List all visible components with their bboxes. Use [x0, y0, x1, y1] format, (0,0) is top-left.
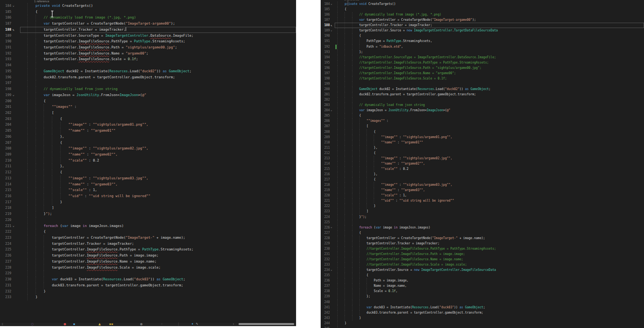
- code-line[interactable]: 238 Scale = 0.1f,: [321, 289, 644, 294]
- code-text[interactable]: targetController.ImageFileSource.Scale =…: [22, 265, 296, 271]
- line-number[interactable]: 202: [0, 110, 11, 116]
- code-line[interactable]: 219 ""name"" : ""argame03"",: [321, 188, 644, 193]
- fold-chevron-icon[interactable]: ⌄: [331, 2, 332, 5]
- code-line[interactable]: 222 {: [0, 229, 296, 235]
- line-number[interactable]: 230: [0, 277, 11, 283]
- code-line[interactable]: 194 //targetController.SourceType = Imag…: [321, 55, 644, 60]
- line-number[interactable]: 199: [0, 92, 11, 98]
- line-number[interactable]: 239: [321, 294, 330, 299]
- codelens-references[interactable]: 1 reference: [0, 0, 296, 3]
- code-text[interactable]: ""scale"" : 1,: [337, 193, 644, 198]
- code-text[interactable]: targetController = CreateTargetNode("Ima…: [337, 236, 644, 241]
- code-line[interactable]: 209 ""name"" : ""argame02"",: [0, 152, 296, 158]
- line-number[interactable]: 212: [321, 151, 330, 156]
- fold-chevron-icon[interactable]: ⌄: [331, 29, 332, 32]
- code-line[interactable]: 202 [: [0, 110, 296, 116]
- code-line[interactable]: 214 ""name"" : ""argame02"",: [321, 161, 644, 166]
- line-number[interactable]: 211: [321, 145, 330, 151]
- code-line[interactable]: 225 targetController.ImageFileSource.Pat…: [0, 247, 296, 253]
- code-text[interactable]: ""images"" :: [22, 104, 296, 110]
- code-line[interactable]: 223 ]: [321, 209, 644, 214]
- line-number[interactable]: 191: [0, 45, 11, 51]
- line-number[interactable]: 192: [0, 51, 11, 57]
- code-text[interactable]: {: [22, 140, 296, 146]
- line-number[interactable]: 229: [0, 270, 11, 277]
- code-text[interactable]: ""name"" : ""argame03"",: [337, 188, 644, 193]
- code-line[interactable]: 197 //targetController.ImageFileSource.N…: [321, 71, 644, 76]
- line-number[interactable]: 196: [321, 65, 330, 71]
- code-line[interactable]: 241 var duck03 = Instantiate(Resources.L…: [321, 305, 644, 310]
- code-text[interactable]: var imageJosn = JsonUtility.FromJson<Ima…: [22, 92, 296, 98]
- code-line[interactable]: 226 targetController.ImageFileSource.Pat…: [0, 253, 296, 259]
- code-line[interactable]: 229 targetController.Tracker = imageTrac…: [321, 241, 644, 246]
- code-text[interactable]: };: [337, 294, 644, 299]
- code-line[interactable]: 211 },: [321, 145, 644, 151]
- line-number[interactable]: 212: [0, 169, 11, 176]
- code-text[interactable]: duck03.transform.parent = targetControll…: [337, 310, 644, 316]
- line-number[interactable]: 220: [321, 193, 330, 198]
- error-icon[interactable]: ●: [64, 323, 66, 326]
- code-line[interactable]: 240: [321, 300, 644, 305]
- line-number[interactable]: 224: [321, 215, 330, 220]
- code-line[interactable]: 186 // dynamically load from image (*.jp…: [0, 15, 296, 21]
- code-line[interactable]: 224 targetController.Tracker = imageTrac…: [0, 241, 296, 247]
- line-number[interactable]: 189: [0, 33, 11, 39]
- code-text[interactable]: duck03.transform.parent = targetControll…: [22, 283, 296, 289]
- code-text[interactable]: Path = "idback.etd",: [337, 44, 644, 50]
- code-text[interactable]: //targetController.SourceType = ImageTar…: [337, 55, 644, 60]
- code-line[interactable]: 201 duck02.transform.parent = targetCont…: [321, 92, 644, 97]
- code-line[interactable]: 200 GameObject duck02 = Instantiate(Reso…: [321, 87, 644, 92]
- code-line[interactable]: 223 targetController = CreateTargetNode(…: [0, 235, 296, 241]
- line-number[interactable]: 204: [321, 108, 330, 113]
- code-line[interactable]: 197: [0, 80, 296, 86]
- line-number[interactable]: 210: [0, 158, 11, 164]
- code-line[interactable]: 225: [321, 220, 644, 225]
- code-text[interactable]: {: [337, 7, 644, 12]
- left-editor-pane[interactable]: 1 reference 184⌄ private void CreateTarg…: [0, 0, 296, 326]
- code-line[interactable]: 221 ""uid"" : ""uid string will be ignor…: [321, 198, 644, 204]
- code-line[interactable]: 232 //targetController.ImageFileSource.N…: [321, 257, 644, 262]
- code-text[interactable]: {: [22, 116, 296, 122]
- code-line[interactable]: 190 {: [321, 33, 644, 39]
- code-text[interactable]: targetController.Tracker = imageTracker;: [337, 23, 644, 28]
- code-text[interactable]: //targetController.ImageFileSource.Scale…: [337, 262, 644, 267]
- code-text[interactable]: [337, 97, 644, 103]
- code-text[interactable]: ""name"" : ""argame02"",: [337, 161, 644, 166]
- horizontal-scrollbar-thumb[interactable]: [239, 323, 294, 325]
- line-number[interactable]: 232: [321, 257, 330, 262]
- code-line[interactable]: 237 Name = image.name,: [321, 283, 644, 289]
- line-number[interactable]: 187: [321, 17, 330, 23]
- code-text[interactable]: }");: [337, 215, 644, 220]
- line-number[interactable]: 217: [321, 177, 330, 182]
- code-line[interactable]: 195 GameObject duck02 = Instantiate(Reso…: [0, 68, 296, 75]
- code-text[interactable]: targetController.ImageFileSource.PathTyp…: [22, 247, 296, 253]
- code-text[interactable]: private void CreateTargets(): [22, 3, 296, 9]
- code-text[interactable]: }: [22, 289, 296, 295]
- code-line[interactable]: 234⌄ targetController.Source = new Image…: [321, 267, 644, 273]
- fold-chevron-icon[interactable]: ⌄: [12, 224, 14, 227]
- line-number[interactable]: 218: [321, 182, 330, 188]
- line-number[interactable]: 223: [321, 209, 330, 214]
- line-number[interactable]: 186: [321, 12, 330, 17]
- code-text[interactable]: GameObject duck02 = Instantiate(Resource…: [337, 87, 644, 92]
- code-line[interactable]: 215 ""scale"" : 0.2: [321, 166, 644, 172]
- code-text[interactable]: ""image"" : ""sightplus/argame02.jpg"",: [337, 156, 644, 161]
- code-line[interactable]: 230 //targetController.ImageFileSource.P…: [321, 246, 644, 252]
- code-line[interactable]: 212 {: [0, 169, 296, 176]
- code-text[interactable]: Scale = 0.1f,: [337, 289, 644, 294]
- code-line[interactable]: 196 //targetController.ImageFileSource.P…: [321, 65, 644, 71]
- code-line[interactable]: 199: [321, 81, 644, 87]
- code-text[interactable]: }: [337, 321, 644, 326]
- line-number[interactable]: 187: [0, 21, 11, 27]
- code-text[interactable]: targetController.ImageFileSource.Scale =…: [22, 56, 296, 62]
- line-number[interactable]: 186: [0, 15, 11, 21]
- line-number[interactable]: 193: [321, 50, 330, 55]
- code-line[interactable]: 202: [321, 97, 644, 103]
- line-number[interactable]: 201: [0, 104, 11, 110]
- code-text[interactable]: [: [337, 124, 644, 129]
- line-number[interactable]: 227: [321, 230, 330, 236]
- code-text[interactable]: ""uid"" : ""uid string will be ignored"": [22, 193, 296, 199]
- line-number[interactable]: 219: [0, 211, 11, 217]
- code-line[interactable]: 218 ""image"" : ""sightplus/argame03.jpg…: [321, 182, 644, 188]
- code-line[interactable]: 211 },: [0, 163, 296, 169]
